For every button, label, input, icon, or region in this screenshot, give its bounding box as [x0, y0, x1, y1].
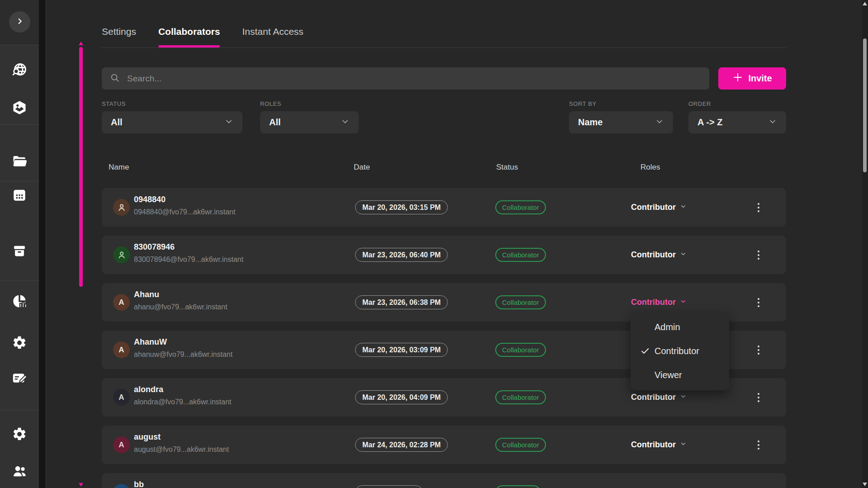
filter-status-label: STATUS — [102, 100, 242, 107]
sidebar-item-contact-card[interactable] — [0, 368, 39, 390]
date-badge: Mar 20, 2026, 03:09 PM — [355, 343, 448, 357]
sidebar-item-files[interactable] — [0, 152, 39, 173]
column-header-name: Name — [109, 163, 129, 172]
column-header-date: Date — [354, 163, 370, 172]
collaborator-name: Ahanu — [134, 290, 159, 299]
filter-status-value: All — [111, 117, 123, 128]
collaborator-email: alondra@fvo79...ak6wr.instant — [134, 398, 231, 406]
tab-instant-access[interactable]: Instant Access — [242, 26, 303, 47]
role-dropdown[interactable]: Contributor — [631, 236, 687, 274]
role-menu: Admin Contributor Viewer — [631, 312, 729, 390]
role-value: Contributor — [631, 298, 676, 307]
avatar: A — [113, 436, 130, 453]
tab-collaborators[interactable]: Collaborators — [158, 26, 220, 47]
row-menu-button[interactable] — [752, 188, 765, 227]
sidebar-item-members[interactable] — [0, 461, 39, 483]
role-menu-item-viewer[interactable]: Viewer — [631, 363, 729, 387]
page-scrollbar[interactable] — [862, 0, 868, 488]
scroll-down-arrow-icon[interactable] — [79, 483, 83, 487]
sidebar-item-explore[interactable] — [0, 60, 39, 82]
divider — [0, 124, 39, 125]
render-cube-icon — [11, 99, 28, 118]
sidebar-item-renders[interactable] — [0, 98, 39, 119]
sidebar-item-apps[interactable] — [0, 185, 39, 207]
sidebar-scrollbar-thumb[interactable] — [79, 47, 83, 287]
contact-card-edit-icon — [11, 370, 28, 388]
check-icon — [640, 346, 650, 356]
analytics-pie-icon — [11, 293, 28, 311]
row-menu-button[interactable] — [752, 426, 765, 464]
role-menu-item-contributor[interactable]: Contributor — [631, 339, 729, 363]
chevron-down-icon — [680, 203, 687, 212]
sidebar — [0, 0, 45, 488]
collaborator-name: 0948840 — [134, 195, 166, 204]
divider — [0, 410, 39, 410]
sidebar-expand-button[interactable] — [9, 11, 30, 33]
chevron-down-icon — [680, 393, 687, 402]
sidebar-scrollbar[interactable] — [39, 0, 45, 488]
archive-box-icon — [12, 243, 27, 261]
row-menu-button[interactable] — [752, 331, 765, 369]
avatar: A — [113, 294, 130, 311]
role-value: Contributor — [631, 203, 676, 212]
scroll-up-arrow-icon[interactable] — [863, 2, 867, 5]
row-menu-button[interactable] — [752, 283, 765, 322]
divider — [0, 181, 39, 181]
filter-sort-by-value: Name — [578, 117, 602, 128]
table-row: 0948840 0948840@fvo79...ak6wr.instant Ma… — [102, 188, 786, 227]
settings-gear-icon — [12, 426, 27, 444]
status-badge: Collaborator — [495, 438, 546, 452]
filter-roles: ROLES All — [260, 100, 359, 133]
avatar: A — [113, 341, 130, 358]
avatar — [113, 246, 130, 263]
scroll-up-arrow-icon[interactable] — [79, 42, 83, 45]
calendar-grid-icon — [12, 187, 27, 204]
status-badge: Collaborator — [495, 390, 546, 404]
status-badge: Collaborator — [495, 343, 546, 357]
globe-search-icon — [11, 62, 28, 80]
role-value: Contributor — [631, 393, 676, 402]
row-menu-button[interactable] — [752, 378, 765, 417]
plus-icon — [732, 72, 743, 85]
role-menu-item-admin[interactable]: Admin — [631, 315, 729, 339]
filter-status: STATUS All — [102, 100, 242, 133]
page-scrollbar-thumb[interactable] — [863, 38, 867, 172]
search-input[interactable] — [126, 73, 701, 84]
date-badge: Mar 20, 2026, 04:09 PM — [355, 390, 448, 404]
role-dropdown[interactable]: Contributor — [631, 426, 687, 464]
filter-roles-select[interactable]: All — [260, 111, 359, 133]
filter-status-select[interactable]: All — [102, 111, 242, 133]
chevron-down-icon — [341, 117, 350, 128]
collaborator-email: ahanuw@fvo79...ak6wr.instant — [134, 351, 232, 359]
chevron-down-icon — [680, 251, 687, 259]
date-badge: Mar 20, 2026, 03:15 PM — [355, 200, 448, 214]
chevron-down-icon — [224, 117, 233, 128]
sidebar-icon-rail — [0, 0, 39, 488]
filter-roles-value: All — [269, 117, 281, 128]
date-badge: Mar 24, 2026, 02:28 PM — [355, 438, 448, 452]
sidebar-item-archive[interactable] — [0, 241, 39, 263]
role-value: Contributor — [631, 250, 676, 260]
filter-order-select[interactable]: A -> Z — [688, 111, 786, 133]
table-row: A august august@fvo79...ak6wr.instant Ma… — [102, 426, 786, 464]
filter-sort-by-select[interactable]: Name — [569, 111, 673, 133]
row-menu-button[interactable] — [752, 236, 765, 274]
row-menu-button[interactable] — [752, 473, 765, 488]
sidebar-item-analytics[interactable] — [0, 291, 39, 313]
avatar — [113, 484, 130, 488]
sidebar-item-admin-settings[interactable] — [0, 424, 39, 446]
invite-button[interactable]: Invite — [718, 67, 786, 90]
status-badge: Collaborator — [495, 248, 546, 262]
sidebar-header — [0, 0, 39, 45]
scroll-down-arrow-icon[interactable] — [863, 483, 867, 486]
status-badge: Collaborator — [495, 295, 546, 309]
chevron-right-icon — [15, 16, 25, 28]
divider — [0, 280, 39, 281]
sidebar-item-settings[interactable] — [0, 333, 39, 355]
status-badge: Collaborator — [495, 200, 546, 214]
role-value: Contributor — [631, 440, 676, 450]
collaborator-email: 830078946@fvo79...ak6wr.instant — [134, 256, 243, 264]
tab-settings[interactable]: Settings — [102, 26, 136, 47]
search-bar — [102, 67, 709, 90]
role-dropdown[interactable]: Contributor — [631, 188, 687, 227]
